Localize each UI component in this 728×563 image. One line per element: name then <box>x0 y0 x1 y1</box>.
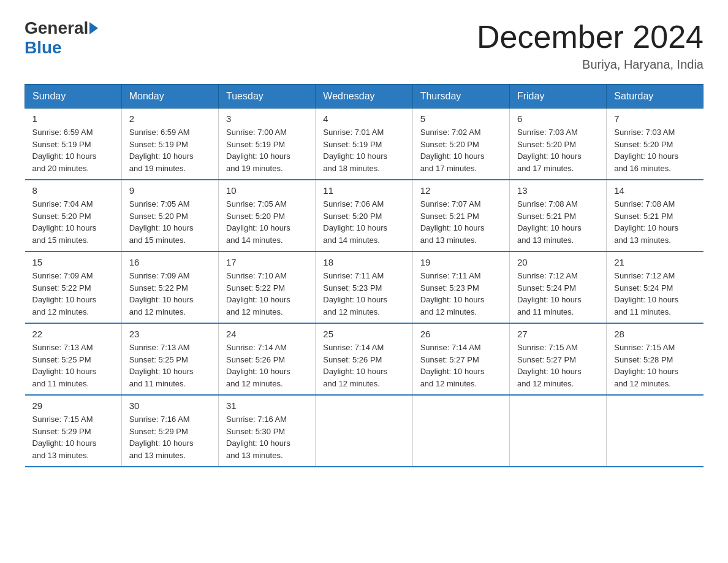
day-number: 31 <box>226 400 308 411</box>
calendar-cell <box>607 395 703 467</box>
day-info: Sunrise: 7:15 AM Sunset: 5:29 PM Dayligh… <box>32 413 114 461</box>
calendar-cell: 23 Sunrise: 7:13 AM Sunset: 5:25 PM Dayl… <box>121 323 218 395</box>
calendar-cell: 12 Sunrise: 7:07 AM Sunset: 5:21 PM Dayl… <box>412 180 509 251</box>
header-tuesday: Tuesday <box>219 85 316 109</box>
day-info: Sunrise: 7:08 AM Sunset: 5:21 PM Dayligh… <box>614 198 696 246</box>
calendar-cell <box>412 395 509 467</box>
day-number: 21 <box>614 257 696 267</box>
header-saturday: Saturday <box>607 85 703 109</box>
header-thursday: Thursday <box>412 85 509 109</box>
day-number: 4 <box>323 113 404 124</box>
calendar-cell: 1 Sunrise: 6:59 AM Sunset: 5:19 PM Dayli… <box>25 109 122 180</box>
day-info: Sunrise: 7:14 AM Sunset: 5:27 PM Dayligh… <box>420 342 502 389</box>
day-info: Sunrise: 7:16 AM Sunset: 5:29 PM Dayligh… <box>129 413 211 461</box>
day-number: 18 <box>323 257 404 267</box>
day-number: 22 <box>32 329 114 339</box>
day-number: 23 <box>129 329 211 339</box>
day-info: Sunrise: 7:08 AM Sunset: 5:21 PM Dayligh… <box>517 198 599 246</box>
day-info: Sunrise: 7:00 AM Sunset: 5:19 PM Dayligh… <box>226 126 308 174</box>
day-info: Sunrise: 7:15 AM Sunset: 5:28 PM Dayligh… <box>614 342 696 389</box>
day-number: 8 <box>32 185 114 196</box>
day-number: 3 <box>226 113 308 124</box>
calendar-cell: 19 Sunrise: 7:11 AM Sunset: 5:23 PM Dayl… <box>412 251 509 323</box>
week-row-1: 1 Sunrise: 6:59 AM Sunset: 5:19 PM Dayli… <box>25 109 703 180</box>
calendar-table: SundayMondayTuesdayWednesdayThursdayFrid… <box>25 84 703 467</box>
day-number: 2 <box>129 113 211 124</box>
logo: General Blue <box>25 18 99 58</box>
week-row-4: 22 Sunrise: 7:13 AM Sunset: 5:25 PM Dayl… <box>25 323 703 395</box>
calendar-cell: 25 Sunrise: 7:14 AM Sunset: 5:26 PM Dayl… <box>316 323 412 395</box>
calendar-cell: 11 Sunrise: 7:06 AM Sunset: 5:20 PM Dayl… <box>316 180 412 251</box>
day-number: 12 <box>420 185 502 196</box>
calendar-cell: 2 Sunrise: 6:59 AM Sunset: 5:19 PM Dayli… <box>121 109 218 180</box>
day-number: 19 <box>420 257 502 267</box>
day-info: Sunrise: 6:59 AM Sunset: 5:19 PM Dayligh… <box>129 126 211 174</box>
week-row-5: 29 Sunrise: 7:15 AM Sunset: 5:29 PM Dayl… <box>25 395 703 467</box>
day-number: 15 <box>32 257 114 267</box>
calendar-cell: 14 Sunrise: 7:08 AM Sunset: 5:21 PM Dayl… <box>607 180 703 251</box>
calendar-cell: 5 Sunrise: 7:02 AM Sunset: 5:20 PM Dayli… <box>412 109 509 180</box>
calendar-cell: 16 Sunrise: 7:09 AM Sunset: 5:22 PM Dayl… <box>121 251 218 323</box>
calendar-cell: 24 Sunrise: 7:14 AM Sunset: 5:26 PM Dayl… <box>219 323 316 395</box>
calendar-cell: 21 Sunrise: 7:12 AM Sunset: 5:24 PM Dayl… <box>607 251 703 323</box>
calendar-cell: 27 Sunrise: 7:15 AM Sunset: 5:27 PM Dayl… <box>509 323 606 395</box>
day-info: Sunrise: 7:09 AM Sunset: 5:22 PM Dayligh… <box>32 270 114 318</box>
week-row-2: 8 Sunrise: 7:04 AM Sunset: 5:20 PM Dayli… <box>25 180 703 251</box>
day-number: 20 <box>517 257 599 267</box>
location-text: Buriya, Haryana, India <box>477 58 703 72</box>
day-number: 6 <box>517 113 599 124</box>
day-info: Sunrise: 7:15 AM Sunset: 5:27 PM Dayligh… <box>517 342 599 389</box>
day-number: 11 <box>323 185 404 196</box>
day-info: Sunrise: 7:02 AM Sunset: 5:20 PM Dayligh… <box>420 126 502 174</box>
calendar-cell: 6 Sunrise: 7:03 AM Sunset: 5:20 PM Dayli… <box>509 109 606 180</box>
month-title: December 2024 <box>477 18 703 55</box>
header-wednesday: Wednesday <box>316 85 412 109</box>
calendar-cell <box>509 395 606 467</box>
day-info: Sunrise: 7:03 AM Sunset: 5:20 PM Dayligh… <box>517 126 599 174</box>
day-number: 17 <box>226 257 308 267</box>
day-info: Sunrise: 7:05 AM Sunset: 5:20 PM Dayligh… <box>129 198 211 246</box>
calendar-cell: 29 Sunrise: 7:15 AM Sunset: 5:29 PM Dayl… <box>25 395 122 467</box>
day-info: Sunrise: 7:14 AM Sunset: 5:26 PM Dayligh… <box>226 342 308 389</box>
logo-triangle-icon <box>89 22 98 34</box>
day-number: 24 <box>226 329 308 339</box>
header-monday: Monday <box>121 85 218 109</box>
title-section: December 2024 Buriya, Haryana, India <box>477 18 703 72</box>
calendar-cell: 26 Sunrise: 7:14 AM Sunset: 5:27 PM Dayl… <box>412 323 509 395</box>
day-info: Sunrise: 7:03 AM Sunset: 5:20 PM Dayligh… <box>614 126 696 174</box>
day-info: Sunrise: 7:05 AM Sunset: 5:20 PM Dayligh… <box>226 198 308 246</box>
logo-blue-text: Blue <box>25 38 62 58</box>
calendar-cell: 31 Sunrise: 7:16 AM Sunset: 5:30 PM Dayl… <box>219 395 316 467</box>
day-number: 13 <box>517 185 599 196</box>
day-info: Sunrise: 7:06 AM Sunset: 5:20 PM Dayligh… <box>323 198 404 246</box>
day-info: Sunrise: 7:13 AM Sunset: 5:25 PM Dayligh… <box>129 342 211 389</box>
day-info: Sunrise: 7:14 AM Sunset: 5:26 PM Dayligh… <box>323 342 404 389</box>
logo-general-text: General <box>25 18 88 38</box>
calendar-cell: 30 Sunrise: 7:16 AM Sunset: 5:29 PM Dayl… <box>121 395 218 467</box>
day-number: 27 <box>517 329 599 339</box>
week-row-3: 15 Sunrise: 7:09 AM Sunset: 5:22 PM Dayl… <box>25 251 703 323</box>
calendar-header: SundayMondayTuesdayWednesdayThursdayFrid… <box>25 85 703 109</box>
day-info: Sunrise: 7:16 AM Sunset: 5:30 PM Dayligh… <box>226 413 308 461</box>
calendar-cell: 17 Sunrise: 7:10 AM Sunset: 5:22 PM Dayl… <box>219 251 316 323</box>
day-number: 30 <box>129 400 211 411</box>
day-number: 29 <box>32 400 114 411</box>
calendar-cell: 7 Sunrise: 7:03 AM Sunset: 5:20 PM Dayli… <box>607 109 703 180</box>
calendar-cell: 13 Sunrise: 7:08 AM Sunset: 5:21 PM Dayl… <box>509 180 606 251</box>
calendar-cell: 10 Sunrise: 7:05 AM Sunset: 5:20 PM Dayl… <box>219 180 316 251</box>
day-info: Sunrise: 7:12 AM Sunset: 5:24 PM Dayligh… <box>517 270 599 318</box>
day-number: 28 <box>614 329 696 339</box>
calendar-cell: 18 Sunrise: 7:11 AM Sunset: 5:23 PM Dayl… <box>316 251 412 323</box>
day-info: Sunrise: 7:13 AM Sunset: 5:25 PM Dayligh… <box>32 342 114 389</box>
calendar-cell: 8 Sunrise: 7:04 AM Sunset: 5:20 PM Dayli… <box>25 180 122 251</box>
calendar-cell: 3 Sunrise: 7:00 AM Sunset: 5:19 PM Dayli… <box>219 109 316 180</box>
calendar-cell: 20 Sunrise: 7:12 AM Sunset: 5:24 PM Dayl… <box>509 251 606 323</box>
day-number: 5 <box>420 113 502 124</box>
calendar-body: 1 Sunrise: 6:59 AM Sunset: 5:19 PM Dayli… <box>25 109 703 467</box>
day-info: Sunrise: 7:11 AM Sunset: 5:23 PM Dayligh… <box>323 270 404 318</box>
calendar-cell: 28 Sunrise: 7:15 AM Sunset: 5:28 PM Dayl… <box>607 323 703 395</box>
day-info: Sunrise: 7:09 AM Sunset: 5:22 PM Dayligh… <box>129 270 211 318</box>
header-friday: Friday <box>509 85 606 109</box>
day-number: 1 <box>32 113 114 124</box>
day-info: Sunrise: 7:07 AM Sunset: 5:21 PM Dayligh… <box>420 198 502 246</box>
